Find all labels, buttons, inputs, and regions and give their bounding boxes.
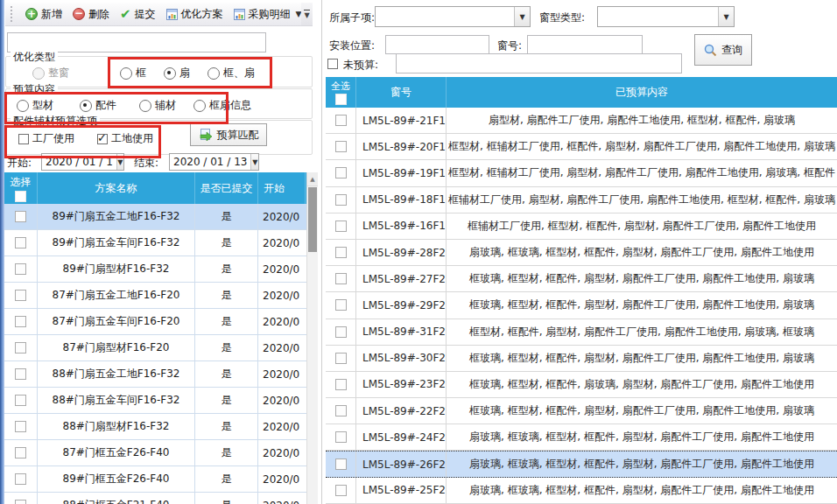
table-row[interactable]: LM5L-89#-16F15框辅材工厂使用, 框型材, 框配件, 扇型材, 扇配…: [326, 214, 837, 240]
query-button[interactable]: 查询: [694, 34, 752, 66]
table-row[interactable]: LM5L-89#-26F24扇玻璃, 框玻璃, 框型材, 框配件, 扇型材, 扇…: [326, 451, 837, 477]
table-row[interactable]: LM5L-89#-29F27框玻璃, 框型材, 框配件, 扇型材, 扇配件工厂使…: [326, 292, 837, 318]
row-checkbox[interactable]: [15, 500, 26, 504]
radio-whole-window[interactable]: 整窗: [32, 66, 69, 80]
row-checkbox[interactable]: [15, 316, 26, 327]
radio-accessory[interactable]: 配件: [80, 98, 116, 113]
radio-frame[interactable]: 框: [120, 66, 146, 80]
table-row[interactable]: 89#门扇型材F16-F32是2020/0: [4, 256, 306, 283]
toolbar-grip[interactable]: [11, 6, 15, 22]
radio-sash[interactable]: 扇: [164, 66, 190, 80]
row-checkbox[interactable]: [15, 421, 26, 432]
unbudgeted-checkbox[interactable]: [327, 59, 338, 69]
radio-icon[interactable]: [32, 67, 45, 80]
radio-icon[interactable]: [164, 67, 176, 80]
select-all-checkbox[interactable]: [335, 94, 347, 105]
radio-frame-sash-info[interactable]: 框扇信息: [193, 98, 251, 113]
table-row[interactable]: LM5L-89#-28F26扇玻璃, 框玻璃, 框型材, 框配件, 扇型材, 扇…: [326, 240, 837, 266]
unbudgeted-input[interactable]: [396, 53, 682, 74]
radio-icon[interactable]: [120, 67, 132, 80]
delete-button[interactable]: − 删除: [67, 4, 115, 24]
budgeted-content-column-header[interactable]: 已预算内容: [447, 77, 837, 108]
checkbox-icon[interactable]: [97, 134, 108, 144]
chevron-down-icon[interactable]: ▼: [718, 7, 734, 26]
checkbox-factory-use[interactable]: 工厂使用: [18, 131, 74, 146]
radio-auxiliary[interactable]: 辅材: [139, 98, 176, 113]
table-row[interactable]: LM5L-89#-25F23扇玻璃, 框玻璃, 框型材, 框配件, 扇型材, 扇…: [326, 478, 837, 504]
table-row[interactable]: 89#门框五金F26-F40是2020/0: [4, 466, 306, 493]
table-row[interactable]: 89#门扇五金工地F16-F32是2020/0: [4, 204, 306, 230]
table-row[interactable]: 88#门扇五金工地F16-F32是2020/0: [4, 361, 306, 388]
start-column-header[interactable]: 开始: [258, 172, 306, 204]
row-checkbox[interactable]: [335, 220, 347, 232]
row-checkbox[interactable]: [335, 141, 347, 152]
row-checkbox[interactable]: [15, 368, 26, 380]
table-row[interactable]: LM5L-89#-20F18框型材, 框辅材工厂使用, 框配件, 扇型材, 扇配…: [326, 134, 837, 160]
scroll-up-icon[interactable]: ▲: [307, 172, 318, 186]
table-row[interactable]: 87#门扇五金车间F16-F20是2020/0: [4, 309, 306, 335]
chevron-down-icon[interactable]: ▼: [116, 154, 123, 170]
table-row[interactable]: 88#门扇型材F16-F32是2020/0: [4, 414, 306, 440]
submitted-column-header[interactable]: 是否已提交: [195, 172, 258, 204]
radio-icon[interactable]: [80, 100, 92, 112]
window-no-column-header[interactable]: 窗号: [356, 77, 447, 108]
table-row[interactable]: LM5L-89#-21F19扇型材, 扇配件工厂使用, 扇配件工地使用, 框型材…: [326, 108, 837, 134]
row-checkbox[interactable]: [15, 237, 26, 248]
row-checkbox[interactable]: [335, 299, 347, 311]
table-row[interactable]: LM5L-89#-30F28框玻璃, 框型材, 框配件, 扇型材, 扇配件工厂使…: [326, 346, 837, 372]
table-row[interactable]: LM5L-89#-27F25框玻璃, 框型材, 框配件, 扇型材, 扇配件工厂使…: [326, 266, 837, 292]
radio-profile[interactable]: 型材: [17, 98, 53, 113]
scrollbar-thumb[interactable]: [308, 187, 317, 252]
row-checkbox[interactable]: [15, 290, 26, 301]
plan-name-column-header[interactable]: 方案名称: [38, 172, 195, 204]
row-checkbox[interactable]: [335, 379, 347, 390]
table-row[interactable]: LM5L-89#-24F22扇玻璃, 框玻璃, 框型材, 框配件, 扇型材, 扇…: [326, 424, 837, 451]
chevron-down-icon[interactable]: ▼: [250, 154, 258, 170]
start-date-picker[interactable]: 2020 / 01 / 1 ▼: [41, 153, 124, 171]
chevron-down-icon[interactable]: ▼: [514, 7, 530, 26]
window-no-input[interactable]: [527, 35, 643, 54]
toolbar-overflow-button[interactable]: ▼: [301, 3, 313, 25]
radio-icon[interactable]: [193, 100, 206, 112]
table-row[interactable]: 89#门扇五金车间F16-F32是2020/0: [4, 230, 306, 256]
checkbox-icon[interactable]: [18, 134, 29, 144]
radio-icon[interactable]: [139, 100, 151, 112]
row-checkbox[interactable]: [335, 485, 347, 496]
table-row[interactable]: LM5L-89#-31F29框型材, 框配件, 扇型材, 扇配件工厂使用, 扇配…: [326, 319, 837, 346]
row-checkbox[interactable]: [335, 167, 347, 178]
add-button[interactable]: + 新增: [20, 4, 67, 24]
install-position-input[interactable]: [385, 35, 489, 54]
sub-item-select[interactable]: ▼: [375, 6, 531, 27]
optimize-plan-button[interactable]: 优化方案: [161, 4, 229, 24]
purchase-detail-button[interactable]: 采购明细 ▼: [229, 4, 307, 24]
select-all-checkbox[interactable]: [15, 191, 26, 202]
table-row[interactable]: LM5L-89#-23F21框玻璃, 框型材, 框配件, 扇玻璃, 扇型材, 扇…: [326, 372, 837, 398]
row-checkbox[interactable]: [335, 405, 347, 416]
row-checkbox[interactable]: [335, 353, 347, 364]
row-checkbox[interactable]: [15, 211, 26, 222]
table-row[interactable]: 87#门扇型材F16-F20是2020/0: [4, 335, 306, 361]
end-date-picker[interactable]: 2020 / 01 / 13 ▼: [169, 153, 259, 171]
table-row[interactable]: 88#门扇五金车间F16-F32是2020/0: [4, 388, 306, 414]
submit-button[interactable]: ✔ 提交: [115, 4, 161, 24]
row-checkbox[interactable]: [335, 247, 347, 258]
row-checkbox[interactable]: [335, 431, 347, 443]
table-row[interactable]: LM5L-89#-19F17框型材, 框辅材工厂使用, 扇型材, 扇配件工厂使用…: [326, 160, 837, 186]
row-checkbox[interactable]: [15, 342, 26, 354]
row-checkbox[interactable]: [335, 115, 347, 126]
plan-table-scrollbar[interactable]: ▲: [306, 172, 318, 504]
table-row[interactable]: LM5L-89#-22F20框玻璃, 框型材, 框配件, 扇型材, 扇配件工厂使…: [326, 398, 837, 424]
panel-divider[interactable]: [321, 0, 322, 504]
radio-icon[interactable]: [17, 100, 29, 112]
radio-frame-sash[interactable]: 框、扇: [207, 66, 255, 80]
row-checkbox[interactable]: [15, 473, 26, 485]
budget-match-button[interactable]: 预算匹配: [190, 123, 267, 146]
checkbox-site-use[interactable]: 工地使用: [97, 131, 153, 146]
window-type-select[interactable]: ▼: [597, 6, 735, 27]
row-checkbox[interactable]: [335, 273, 347, 284]
row-checkbox[interactable]: [15, 263, 26, 275]
table-row[interactable]: 88#门框五金F21-F40是2020/0: [4, 493, 306, 504]
table-row[interactable]: LM5L-89#-18F16框辅材工厂使用, 扇型材, 扇配件工厂使用, 扇配件…: [326, 187, 837, 214]
table-row[interactable]: 87#门扇五金工地F16-F20是2020/0: [4, 283, 306, 309]
row-checkbox[interactable]: [335, 458, 347, 470]
